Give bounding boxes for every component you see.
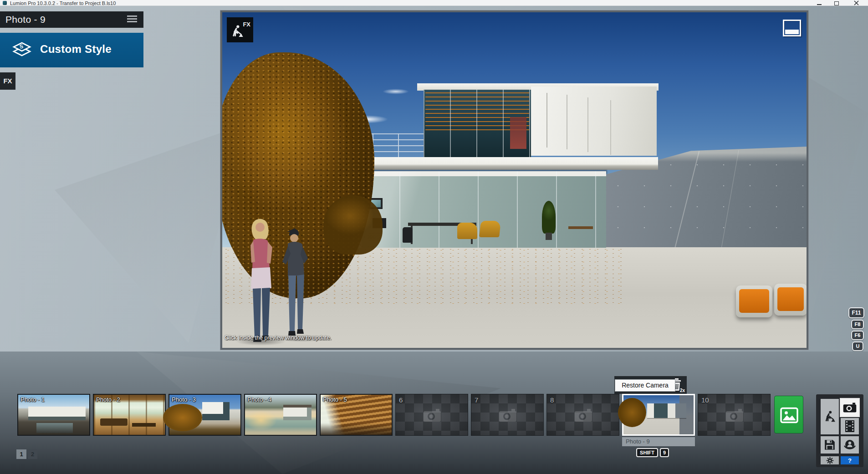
thumbnail-photo-3[interactable]: Photo - 3 [168,394,241,436]
panorama-mode-button[interactable] [841,436,859,454]
page-button-2[interactable]: 2 [28,449,37,459]
save-button[interactable] [821,436,839,454]
thumbnail-photo-2[interactable]: Photo - 2 [93,394,166,436]
window-titlebar: Lumion Pro 10.3.0.2 - Transfer to Projec… [0,0,868,6]
photo-collection-button[interactable] [774,396,803,433]
mode-panel: ? [816,394,863,467]
panorama-person-icon [843,438,856,451]
render-office-chair [403,227,413,243]
render-lounge-chair [479,221,501,237]
render-upper-glass [424,90,531,157]
preview-viewport[interactable]: FX Click inside the preview window to up… [220,10,808,350]
construction-worker-icon [230,24,245,39]
picture-icon [780,407,799,423]
thumbnail-photo-4[interactable]: Photo - 4 [244,394,317,436]
key-hint-shift: SHIFT [636,448,658,457]
movie-mode-button[interactable] [841,418,859,434]
thumbnail-photo-9-selected[interactable] [622,394,695,436]
thumbnail-slot-8[interactable]: 8 [546,394,619,436]
render-cloud [383,89,409,94]
page-button-1[interactable]: 1 [16,449,26,459]
slot-number: 10 [701,396,709,404]
app-icon [3,1,7,5]
render-lounge-chair [457,223,477,239]
custom-style-label: Custom Style [40,43,112,56]
maximize-button[interactable] [829,0,844,6]
camera-icon [843,402,857,413]
viewport-hint-text: Click inside the preview window to updat… [225,335,332,341]
photo-frame-icon[interactable] [783,20,801,36]
background-facet [55,124,246,343]
minimize-button[interactable] [812,0,827,6]
thumbnail-label: Photo - 5 [323,396,347,403]
photo-mode-button-active[interactable] [841,399,859,416]
custom-style-button[interactable]: S Custom Style [0,33,143,67]
camera-icon [574,408,592,422]
style-layers-icon: S [12,41,32,59]
camera-icon [725,408,744,422]
settings-button[interactable] [821,456,839,464]
render-orange-bin [774,284,807,316]
render-table [568,226,593,229]
delete-multiplier-badge: 2x [680,388,685,393]
menu-icon[interactable] [127,15,137,24]
thumbnail-slot-7[interactable]: 7 [471,394,544,436]
slot-number: 8 [550,396,554,404]
workspace-background: Photo - 9 S Custom Style FX [0,6,868,468]
key-hint-number: 9 [660,448,669,457]
thumbnail-photo-5[interactable]: Photo - 5 [320,394,393,436]
photo-set-header[interactable]: Photo - 9 [0,11,143,28]
construction-worker-icon [823,410,837,423]
help-button[interactable]: ? [841,456,859,464]
viewport-fx-label: FX [243,21,250,28]
floppy-disk-icon [824,439,836,451]
camera-icon [499,408,517,422]
render-person-man [281,226,315,341]
camera-icon [423,408,441,422]
fx-panel-button[interactable]: FX [0,72,15,90]
slot-number: 6 [399,396,403,404]
thumbnail-label: Photo - 1 [20,396,45,403]
slot-number: 7 [475,396,478,404]
gear-icon [826,457,834,464]
shortcut-key-f11: F11 [848,307,864,318]
viewport-fx-button[interactable]: FX [227,17,253,42]
window-title: Lumion Pro 10.3.0.2 - Transfer to Projec… [10,0,116,6]
close-icon [854,0,859,5]
close-button[interactable] [849,0,864,6]
thumbnail-label: Photo - 2 [96,396,120,403]
thumbnail-label: Photo - 3 [172,396,196,403]
shortcut-key-f6: F6 [851,331,864,340]
thumbnail-image [623,395,694,434]
render-plant [542,201,556,234]
thumbnail-label: Photo - 4 [247,396,271,403]
render-upper-wall [531,87,657,156]
render-orange-bin [736,285,772,317]
thumbnail-photo-1[interactable]: Photo - 1 [17,394,90,436]
build-mode-button[interactable] [821,399,839,434]
restore-camera-tooltip: Restore Camera [615,379,675,392]
render-hedge [323,195,383,255]
thumbnail-slot-10[interactable]: 10 [698,394,771,436]
selected-thumbnail-label-bar: Photo - 9 [622,437,695,446]
render-person-woman [246,218,278,345]
application-window: Lumion Pro 10.3.0.2 - Transfer to Projec… [0,0,868,474]
shortcut-key-u: U [852,341,863,351]
film-strip-icon [844,420,855,433]
shortcut-key-f8: F8 [851,320,864,329]
photo-set-title: Photo - 9 [5,14,46,25]
selected-thumbnail-label: Photo - 9 [626,438,650,445]
render-scene: FX Click inside the preview window to up… [222,12,807,348]
thumbnail-slot-6[interactable]: 6 [395,394,468,436]
